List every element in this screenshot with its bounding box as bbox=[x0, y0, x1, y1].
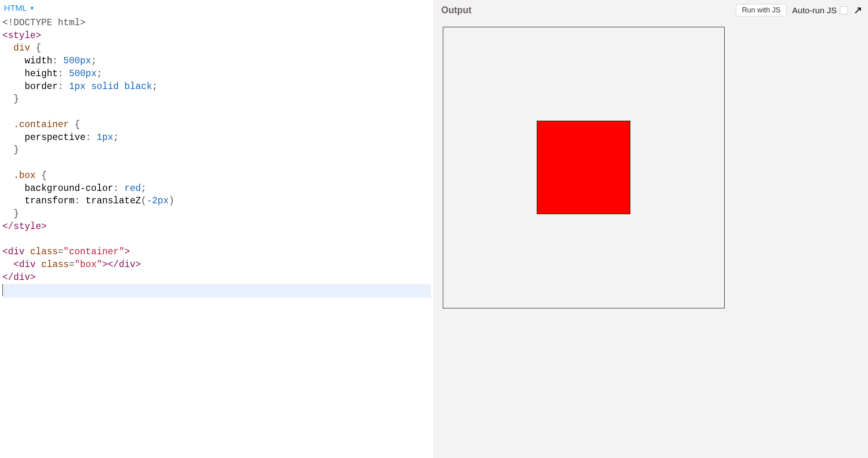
code-line bbox=[2, 284, 431, 298]
app-root: HTML ▼ <!DOCTYPE html><style> div { widt… bbox=[0, 0, 868, 458]
language-selector-label[interactable]: HTML bbox=[4, 3, 27, 13]
expand-icon[interactable] bbox=[854, 6, 862, 15]
code-line: perspective: 1px; bbox=[2, 132, 431, 144]
code-line: } bbox=[2, 93, 431, 106]
code-line: .container { bbox=[2, 119, 431, 132]
editor-header: HTML ▼ bbox=[0, 0, 434, 15]
code-line bbox=[2, 233, 431, 246]
code-line: height: 500px; bbox=[2, 68, 431, 81]
run-with-js-button[interactable]: Run with JS bbox=[736, 4, 786, 16]
code-line: width: 500px; bbox=[2, 55, 431, 68]
text-cursor-icon bbox=[2, 284, 3, 296]
code-line: div { bbox=[2, 42, 431, 55]
code-editor[interactable]: <!DOCTYPE html><style> div { width: 500p… bbox=[0, 15, 434, 458]
code-line: } bbox=[2, 144, 431, 157]
output-frame bbox=[440, 24, 862, 452]
code-line bbox=[2, 157, 431, 170]
checkbox-icon[interactable] bbox=[840, 6, 848, 14]
output-header: Output Run with JS Auto-run JS bbox=[434, 0, 868, 20]
output-pane: Output Run with JS Auto-run JS bbox=[434, 0, 868, 458]
output-title: Output bbox=[441, 5, 730, 16]
code-line: transform: translateZ(-2px) bbox=[2, 195, 431, 208]
chevron-down-icon[interactable]: ▼ bbox=[29, 6, 35, 11]
editor-pane: HTML ▼ <!DOCTYPE html><style> div { widt… bbox=[0, 0, 434, 458]
auto-run-js-toggle[interactable]: Auto-run JS bbox=[792, 6, 848, 15]
rendered-container-div bbox=[443, 27, 725, 308]
output-frame-wrap bbox=[434, 20, 868, 458]
code-line: <div class="box"></div> bbox=[2, 259, 431, 272]
code-line: <!DOCTYPE html> bbox=[2, 17, 431, 30]
auto-run-js-label: Auto-run JS bbox=[792, 6, 837, 15]
code-line: border: 1px solid black; bbox=[2, 81, 431, 93]
code-line: <style> bbox=[2, 30, 431, 43]
code-line: } bbox=[2, 208, 431, 221]
code-line: background-color: red; bbox=[2, 182, 431, 195]
rendered-box-div bbox=[537, 121, 630, 214]
code-line: </style> bbox=[2, 221, 431, 233]
code-line: .box { bbox=[2, 170, 431, 182]
code-line: <div class="container"> bbox=[2, 246, 431, 259]
code-line bbox=[2, 106, 431, 119]
code-line: </div> bbox=[2, 272, 431, 284]
